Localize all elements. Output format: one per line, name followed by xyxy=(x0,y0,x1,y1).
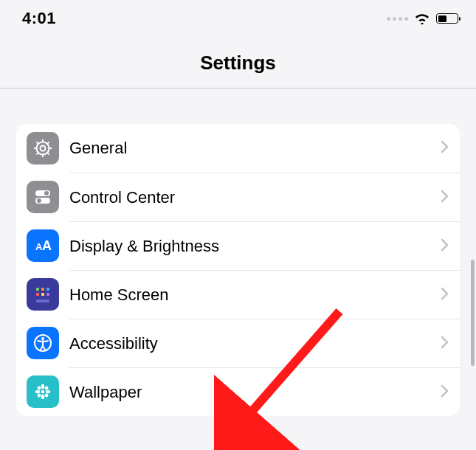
svg-point-5 xyxy=(37,198,41,203)
row-label: Wallpaper xyxy=(69,383,441,402)
row-label: Accessibility xyxy=(69,334,441,353)
scrollbar[interactable] xyxy=(471,260,475,366)
svg-point-20 xyxy=(35,390,40,393)
svg-point-19 xyxy=(41,395,44,399)
settings-row-accessibility[interactable]: Accessibility xyxy=(27,319,460,367)
settings-row-general[interactable]: General xyxy=(27,124,460,173)
settings-row-control-center[interactable]: Control Center xyxy=(27,173,460,221)
settings-row-home-screen[interactable]: Home Screen xyxy=(27,270,460,319)
svg-point-3 xyxy=(44,191,49,195)
chevron-right-icon xyxy=(441,140,449,156)
home-grid-icon xyxy=(27,278,59,311)
page-title: Settings xyxy=(0,52,476,75)
svg-rect-13 xyxy=(46,293,49,296)
svg-rect-10 xyxy=(46,288,49,291)
settings-row-display[interactable]: AA Display & Brightness xyxy=(27,221,460,270)
svg-point-25 xyxy=(45,394,49,398)
svg-point-24 xyxy=(38,394,41,398)
text-size-icon: AA xyxy=(27,229,59,262)
chevron-right-icon xyxy=(441,287,449,303)
svg-point-0 xyxy=(37,142,49,155)
status-time: 4:01 xyxy=(22,9,56,28)
svg-rect-12 xyxy=(41,293,44,296)
chevron-right-icon xyxy=(441,336,449,352)
settings-list: General Control Center AA Display & Brig… xyxy=(16,124,460,416)
svg-point-17 xyxy=(41,390,44,393)
multitask-dots-icon xyxy=(387,17,408,21)
svg-point-1 xyxy=(41,146,46,151)
chevron-right-icon xyxy=(441,190,449,206)
settings-row-wallpaper[interactable]: Wallpaper xyxy=(27,367,460,416)
header: Settings xyxy=(0,32,476,89)
svg-point-21 xyxy=(46,390,50,393)
row-label: General xyxy=(69,139,441,158)
row-label: Control Center xyxy=(69,188,441,207)
svg-point-22 xyxy=(38,387,41,390)
accessibility-icon xyxy=(27,327,59,359)
row-label: Home Screen xyxy=(69,285,441,305)
svg-text:A: A xyxy=(42,238,52,253)
svg-rect-11 xyxy=(36,293,39,296)
svg-rect-14 xyxy=(36,300,49,302)
row-label: Display & Brightness xyxy=(69,237,441,256)
chevron-right-icon xyxy=(441,384,449,401)
gear-icon xyxy=(27,132,59,165)
svg-point-16 xyxy=(41,337,44,340)
chevron-right-icon xyxy=(441,238,449,255)
svg-point-18 xyxy=(41,384,44,389)
toggles-icon xyxy=(27,181,59,213)
status-bar: 4:01 xyxy=(0,0,476,32)
wifi-icon xyxy=(414,13,430,24)
svg-rect-8 xyxy=(36,288,39,291)
svg-point-23 xyxy=(45,387,49,390)
svg-rect-9 xyxy=(41,288,44,291)
flower-icon xyxy=(27,375,59,408)
content: General Control Center AA Display & Brig… xyxy=(0,89,476,416)
battery-icon xyxy=(436,13,458,24)
status-indicators xyxy=(387,13,458,24)
